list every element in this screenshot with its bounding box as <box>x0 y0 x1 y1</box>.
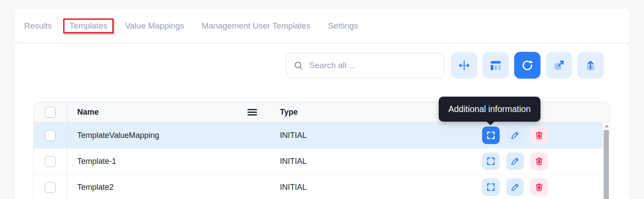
name-column-header: Name <box>77 108 99 117</box>
row-name: TemplateValueMapping <box>77 131 159 140</box>
header-checkbox-cell <box>34 102 67 122</box>
table-body: TemplateValueMapping INITIAL <box>34 123 610 199</box>
row-expand-button[interactable] <box>482 127 500 144</box>
expand-icon <box>486 156 496 166</box>
table-scrollbar <box>602 123 610 199</box>
table-row[interactable]: Template-1 INITIAL <box>34 148 603 174</box>
expand-icon <box>486 182 496 192</box>
row-type: INITIAL <box>280 183 307 192</box>
row-delete-button[interactable] <box>530 178 548 196</box>
row-expand-button[interactable] <box>482 178 500 196</box>
search-icon <box>293 61 304 71</box>
row-edit-button[interactable] <box>506 178 524 196</box>
upload-button[interactable] <box>577 52 604 79</box>
row-type: INITIAL <box>280 131 307 140</box>
table-row[interactable]: Template2 INITIAL <box>34 174 603 199</box>
tab-results[interactable]: Results <box>24 21 52 31</box>
header-name-cell: Name <box>67 108 267 117</box>
row-delete-button[interactable] <box>530 152 548 170</box>
trash-icon <box>534 182 544 192</box>
search-box <box>286 53 444 78</box>
trash-icon <box>534 130 544 140</box>
row-edit-button[interactable] <box>506 127 524 144</box>
select-all-checkbox[interactable] <box>45 107 56 118</box>
trash-icon <box>534 156 544 166</box>
fit-columns-button[interactable] <box>451 52 477 79</box>
tab-value-mappings[interactable]: Value Mappings <box>125 21 184 31</box>
refresh-icon <box>521 59 534 72</box>
tooltip-caret <box>486 121 495 125</box>
row-delete-button[interactable] <box>530 127 548 144</box>
tab-bar: Results Templates Value Mappings Managem… <box>14 9 630 43</box>
scrollbar-thumb[interactable] <box>604 130 609 199</box>
pencil-icon <box>510 182 520 192</box>
tab-templates[interactable]: Templates <box>69 21 107 30</box>
search-input[interactable] <box>309 61 437 70</box>
toggle-columns-button[interactable] <box>483 52 509 79</box>
open-external-icon <box>552 59 565 72</box>
row-expand-button[interactable] <box>482 152 500 170</box>
expand-icon <box>486 130 496 140</box>
row-edit-button[interactable] <box>506 152 524 170</box>
row-name: Template-1 <box>77 157 116 166</box>
tab-management-user-templates[interactable]: Management User Templates <box>202 21 311 31</box>
row-checkbox[interactable] <box>45 130 56 141</box>
row-checkbox-cell <box>34 148 67 174</box>
type-column-header: Type <box>280 108 298 116</box>
pencil-icon <box>510 156 520 166</box>
page: Results Templates Value Mappings Managem… <box>0 0 644 199</box>
fit-columns-icon <box>458 59 470 72</box>
templates-tab-annotation-box: Templates <box>63 18 114 33</box>
columns-icon <box>489 59 502 72</box>
open-external-button[interactable] <box>546 52 572 79</box>
row-checkbox[interactable] <box>45 156 56 167</box>
tab-bar-panel: Results Templates Value Mappings Managem… <box>14 9 630 43</box>
row-checkbox[interactable] <box>45 182 56 193</box>
tooltip: Additional information <box>439 97 540 122</box>
row-checkbox-cell <box>34 123 67 148</box>
refresh-button[interactable] <box>514 52 540 79</box>
row-type: INITIAL <box>280 157 307 166</box>
row-checkbox-cell <box>34 174 67 199</box>
upload-icon <box>584 59 597 72</box>
column-menu-icon[interactable] <box>247 109 257 116</box>
tab-settings[interactable]: Settings <box>328 21 358 31</box>
table-row[interactable]: TemplateValueMapping INITIAL <box>34 123 603 148</box>
pencil-icon <box>510 130 520 140</box>
row-name: Template2 <box>77 183 114 192</box>
scroll-up-arrow-icon[interactable] <box>605 125 609 127</box>
